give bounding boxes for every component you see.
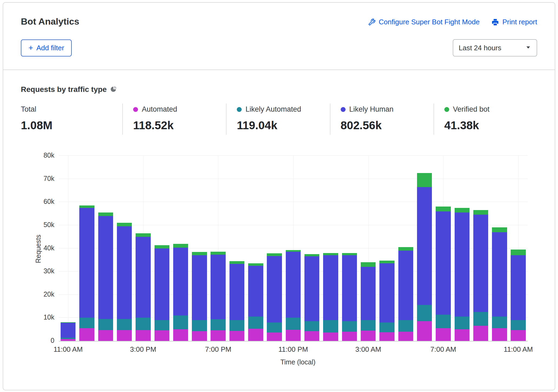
print-link-label: Print report bbox=[502, 18, 537, 26]
bar-slot bbox=[284, 156, 303, 341]
stat-value-verified-bot: 41.38k bbox=[444, 119, 537, 132]
x-tick-label: 11:00 AM bbox=[504, 345, 533, 354]
bar-segment-likely-human bbox=[511, 255, 526, 320]
bar-segment-likely-human bbox=[361, 267, 376, 320]
stacked-bar-1 bbox=[79, 156, 94, 341]
time-range-select[interactable]: Last 24 hours bbox=[453, 39, 537, 57]
bar-slot bbox=[77, 156, 96, 341]
stat-label-row: Likely Automated bbox=[237, 105, 330, 114]
y-tick-label: 0 bbox=[30, 337, 54, 344]
stacked-bar-19 bbox=[417, 156, 432, 341]
bar-segment-likely-human bbox=[98, 216, 113, 319]
bar-segment-verified-bot bbox=[117, 223, 132, 226]
bar-segment-likely-automated bbox=[398, 320, 413, 332]
bar-segment-automated bbox=[79, 328, 94, 341]
stat-label: Automated bbox=[142, 105, 177, 114]
y-tick-label: 10k bbox=[30, 313, 54, 321]
bar-segment-verified-bot bbox=[398, 247, 413, 251]
y-tick-label: 20k bbox=[30, 290, 54, 298]
bar-slot bbox=[359, 156, 378, 341]
bar-segment-automated bbox=[361, 331, 376, 341]
stat-label: Likely Human bbox=[349, 105, 394, 114]
add-filter-button[interactable]: + Add filter bbox=[21, 39, 72, 57]
stat-value-likely-automated: 119.04k bbox=[237, 119, 330, 132]
bar-segment-likely-human bbox=[173, 248, 188, 315]
bar-segment-likely-human bbox=[417, 187, 432, 305]
bar-slot bbox=[115, 156, 134, 341]
traffic-type-legend: Total1.08MAutomated118.52kLikely Automat… bbox=[21, 104, 537, 135]
bar-slot bbox=[153, 156, 171, 341]
stat-label-row: Likely Human bbox=[341, 105, 434, 114]
y-tick-label: 40k bbox=[30, 244, 54, 252]
bar-segment-likely-automated bbox=[173, 315, 188, 329]
card-header: Bot Analytics Configure Super Bot Fight … bbox=[3, 3, 555, 70]
bar-segment-automated bbox=[286, 330, 301, 341]
bar-segment-likely-human bbox=[117, 226, 132, 319]
stacked-bar-7 bbox=[192, 156, 207, 341]
bar-segment-likely-automated bbox=[267, 323, 282, 333]
bar-segment-automated bbox=[173, 329, 188, 341]
requests-chart: Requests 010k20k30k40k50k60k70k80k11:00 … bbox=[21, 156, 537, 341]
bar-segment-verified-bot bbox=[229, 261, 244, 264]
bar-segment-likely-automated bbox=[379, 323, 394, 333]
page-title: Bot Analytics bbox=[21, 16, 79, 27]
legend-dot-likely-automated bbox=[237, 107, 242, 112]
bar-segment-automated bbox=[511, 330, 526, 341]
bar-segment-likely-human bbox=[267, 256, 282, 323]
bar-slot bbox=[471, 156, 490, 341]
bar-slot bbox=[228, 156, 246, 341]
stacked-bar-15 bbox=[342, 156, 357, 341]
print-report-link[interactable]: Print report bbox=[491, 18, 537, 26]
bar-segment-verified-bot bbox=[173, 244, 188, 248]
bar-slot bbox=[134, 156, 152, 341]
bar-segment-automated bbox=[229, 331, 244, 341]
stacked-bar-4 bbox=[136, 156, 150, 341]
stat-label-row: Total bbox=[21, 105, 122, 114]
stat-total: Total1.08M bbox=[21, 104, 122, 135]
bar-slot bbox=[378, 156, 396, 341]
stacked-bar-0 bbox=[61, 156, 76, 341]
bar-slot bbox=[453, 156, 471, 341]
bar-segment-automated bbox=[117, 330, 132, 341]
bar-segment-likely-automated bbox=[192, 320, 207, 331]
bar-segment-automated bbox=[267, 333, 282, 341]
bar-segment-automated bbox=[342, 332, 357, 341]
bar-segment-verified-bot bbox=[436, 207, 451, 211]
bar-slot bbox=[509, 156, 528, 341]
stacked-bar-24 bbox=[511, 156, 526, 341]
bar-segment-automated bbox=[136, 330, 150, 341]
bar-segment-likely-automated bbox=[342, 321, 357, 332]
bar-segment-likely-automated bbox=[323, 320, 338, 333]
x-tick-label: 7:00 PM bbox=[205, 345, 231, 354]
bar-segment-likely-human bbox=[61, 323, 76, 338]
bar-segment-automated bbox=[323, 333, 338, 341]
bar-segment-verified-bot bbox=[136, 233, 150, 237]
bar-segment-likely-automated bbox=[248, 317, 263, 329]
bar-segment-likely-human bbox=[211, 255, 225, 320]
stat-likely-human: Likely Human802.56k bbox=[330, 104, 434, 135]
time-range-value: Last 24 hours bbox=[459, 44, 501, 52]
bar-segment-automated bbox=[455, 329, 470, 341]
stat-value-likely-human: 802.56k bbox=[341, 119, 434, 132]
bar-segment-likely-automated bbox=[455, 317, 470, 329]
bar-segment-likely-automated bbox=[511, 320, 526, 330]
bar-segment-verified-bot bbox=[379, 261, 394, 263]
bar-segment-verified-bot bbox=[473, 210, 488, 215]
stat-automated: Automated118.52k bbox=[122, 104, 226, 135]
stacked-bar-23 bbox=[492, 156, 507, 341]
bar-segment-verified-bot bbox=[361, 262, 376, 267]
configure-link-label: Configure Super Bot Fight Mode bbox=[379, 18, 480, 26]
bar-segment-verified-bot bbox=[155, 245, 169, 248]
configure-super-bot-fight-mode-link[interactable]: Configure Super Bot Fight Mode bbox=[368, 18, 480, 26]
bar-segment-likely-automated bbox=[211, 319, 225, 330]
bar-segment-likely-automated bbox=[417, 305, 432, 321]
bar-segment-automated bbox=[98, 330, 113, 341]
bar-segment-likely-human bbox=[342, 255, 357, 321]
bar-segment-automated bbox=[473, 326, 488, 341]
stacked-bar-2 bbox=[98, 156, 113, 341]
bar-segment-verified-bot bbox=[342, 253, 357, 255]
bar-segment-likely-automated bbox=[492, 317, 507, 328]
bar-slot bbox=[490, 156, 509, 341]
stacked-bar-21 bbox=[455, 156, 470, 341]
stacked-bar-16 bbox=[361, 156, 376, 341]
